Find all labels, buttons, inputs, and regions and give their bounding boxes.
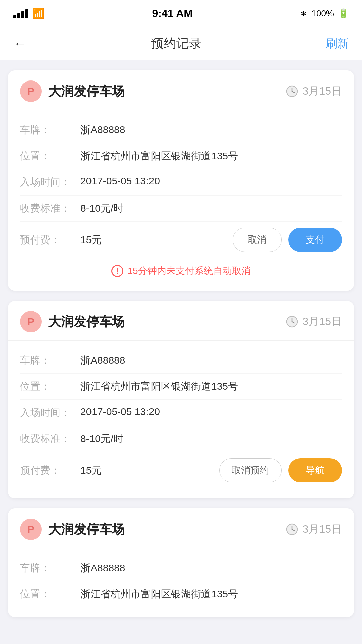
card-1-date: 3月15日 [303, 84, 342, 99]
card-3-header: P 大润发停车场 3月15日 [8, 508, 354, 548]
entry-value-2: 2017-05-05 13:20 [80, 406, 342, 417]
card-2-header: P 大润发停车场 3月15日 [8, 301, 354, 341]
entry-label-2: 入场时间： [20, 406, 80, 420]
refresh-button[interactable]: 刷新 [326, 36, 349, 51]
card-3-license-row: 车牌： 浙A88888 [20, 555, 342, 581]
wifi-icon: 📶 [32, 8, 45, 19]
entry-label-1: 入场时间： [20, 175, 80, 189]
status-right: ∗ 100% 🔋 [300, 8, 349, 19]
warning-icon-1: ! [111, 265, 123, 277]
card-1-header-left: P 大润发停车场 [20, 80, 125, 102]
card-3-date: 3月15日 [303, 522, 342, 537]
card-3-location-row: 位置： 浙江省杭州市富阳区银湖街道135号 [20, 581, 342, 607]
parking-name-1: 大润发停车场 [48, 83, 125, 100]
clock-icon-1 [286, 85, 298, 97]
prepay-label-1: 预付费： [20, 233, 80, 247]
rate-value-2: 8-10元/时 [80, 432, 342, 446]
location-label-1: 位置： [20, 149, 80, 163]
card-1-header-right: 3月15日 [286, 84, 342, 99]
location-label-3: 位置： [20, 587, 80, 601]
location-label-2: 位置： [20, 380, 80, 393]
card-1-entry-row: 入场时间： 2017-05-05 13:20 [20, 169, 342, 196]
warning-text-1: 15分钟内未支付系统自动取消 [127, 265, 250, 277]
card-2-action-buttons: 取消预约 导航 [219, 458, 342, 482]
location-value-1: 浙江省杭州市富阳区银湖街道135号 [80, 149, 342, 163]
cancel-booking-button-2[interactable]: 取消预约 [219, 458, 282, 482]
entry-value-1: 2017-05-05 13:20 [80, 175, 342, 187]
booking-card-3: P 大润发停车场 3月15日 车牌： 浙A88888 位置： 浙江省杭州市富阳区 [8, 508, 354, 617]
rate-label-2: 收费标准： [20, 432, 80, 446]
page-title: 预约记录 [151, 35, 202, 52]
card-1-action-buttons: 取消 支付 [233, 228, 342, 252]
license-value-2: 浙A88888 [80, 354, 342, 367]
nav-bar: ← 预约记录 刷新 [0, 27, 362, 60]
booking-card-1: P 大润发停车场 3月15日 车牌： 浙A88888 位置： 浙江省杭州市富阳区 [8, 70, 354, 291]
status-left: 📶 [13, 8, 45, 19]
card-2-date: 3月15日 [303, 314, 342, 329]
parking-name-2: 大润发停车场 [48, 313, 125, 330]
card-3-header-right: 3月15日 [286, 522, 342, 537]
card-2-body: 车牌： 浙A88888 位置： 浙江省杭州市富阳区银湖街道135号 入场时间： … [8, 341, 354, 498]
license-label-1: 车牌： [20, 123, 80, 137]
battery-icon: 🔋 [338, 8, 349, 19]
card-2-header-right: 3月15日 [286, 314, 342, 329]
card-2-prepay-row: 预付费： 15元 取消预约 导航 [20, 452, 342, 488]
rate-value-1: 8-10元/时 [80, 202, 342, 215]
card-3-body: 车牌： 浙A88888 位置： 浙江省杭州市富阳区银湖街道135号 [8, 548, 354, 617]
bluetooth-icon: ∗ [300, 8, 307, 19]
status-bar: 📶 9:41 AM ∗ 100% 🔋 [0, 0, 362, 27]
parking-name-3: 大润发停车场 [48, 521, 125, 538]
content-area: P 大润发停车场 3月15日 车牌： 浙A88888 位置： 浙江省杭州市富阳区 [0, 60, 362, 627]
card-2-rate-row: 收费标准： 8-10元/时 [20, 426, 342, 452]
card-1-rate-row: 收费标准： 8-10元/时 [20, 196, 342, 222]
license-label-3: 车牌： [20, 561, 80, 575]
prepay-value-2: 15元 [80, 464, 219, 477]
card-3-header-left: P 大润发停车场 [20, 519, 125, 540]
card-1-warning: ! 15分钟内未支付系统自动取消 [20, 258, 342, 281]
prepay-value-1: 15元 [80, 233, 233, 247]
location-value-2: 浙江省杭州市富阳区银湖街道135号 [80, 380, 342, 393]
signal-icon [13, 8, 28, 18]
parking-icon-1: P [20, 80, 42, 102]
cancel-button-1[interactable]: 取消 [233, 228, 282, 252]
pay-button-1[interactable]: 支付 [288, 228, 342, 252]
parking-icon-3: P [20, 519, 42, 540]
status-time: 9:41 AM [152, 7, 193, 20]
clock-icon-2 [286, 316, 298, 328]
booking-card-2: P 大润发停车场 3月15日 车牌： 浙A88888 位置： 浙江省杭州市富阳区 [8, 301, 354, 498]
parking-icon-2: P [20, 311, 42, 332]
clock-icon-3 [286, 523, 298, 535]
card-2-entry-row: 入场时间： 2017-05-05 13:20 [20, 400, 342, 426]
license-label-2: 车牌： [20, 354, 80, 367]
card-2-header-left: P 大润发停车场 [20, 311, 125, 332]
card-1-header: P 大润发停车场 3月15日 [8, 70, 354, 110]
battery-text: 100% [311, 8, 334, 19]
navigate-button-2[interactable]: 导航 [288, 458, 342, 482]
license-value-3: 浙A88888 [80, 561, 342, 575]
back-button[interactable]: ← [13, 36, 27, 51]
rate-label-1: 收费标准： [20, 202, 80, 215]
card-1-license-row: 车牌： 浙A88888 [20, 117, 342, 143]
card-2-location-row: 位置： 浙江省杭州市富阳区银湖街道135号 [20, 374, 342, 400]
prepay-label-2: 预付费： [20, 464, 80, 477]
card-2-license-row: 车牌： 浙A88888 [20, 347, 342, 374]
card-1-body: 车牌： 浙A88888 位置： 浙江省杭州市富阳区银湖街道135号 入场时间： … [8, 110, 354, 291]
card-1-location-row: 位置： 浙江省杭州市富阳区银湖街道135号 [20, 143, 342, 169]
license-value-1: 浙A88888 [80, 123, 342, 137]
card-1-prepay-row: 预付费： 15元 取消 支付 [20, 222, 342, 258]
location-value-3: 浙江省杭州市富阳区银湖街道135号 [80, 587, 342, 601]
